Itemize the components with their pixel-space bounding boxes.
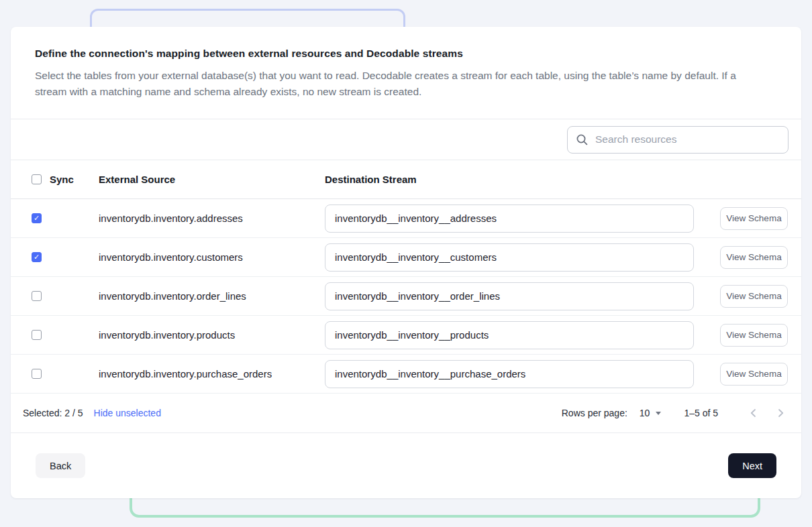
destination-stream-input[interactable] <box>325 243 694 272</box>
destination-stream-input[interactable] <box>325 204 694 233</box>
search-toolbar <box>11 119 801 160</box>
table-row: inventorydb.inventory.purchase_orders Vi… <box>11 355 801 394</box>
table-row: inventorydb.inventory.customers View Sch… <box>11 238 801 277</box>
page-description: Select the tables from your external dat… <box>35 68 763 100</box>
rows-per-page-value: 10 <box>640 408 650 418</box>
rows-per-page-label: Rows per page: <box>562 408 627 418</box>
destination-stream-input[interactable] <box>325 282 694 310</box>
dropdown-caret-icon <box>656 412 661 415</box>
view-schema-button[interactable]: View Schema <box>720 324 788 347</box>
sync-checkbox[interactable] <box>32 330 42 340</box>
table-row: inventorydb.inventory.order_lines View S… <box>11 277 801 316</box>
chevron-right-icon <box>774 407 786 419</box>
view-schema-button[interactable]: View Schema <box>720 207 788 230</box>
select-all-checkbox[interactable] <box>32 174 42 184</box>
external-source-column-header: External Source <box>99 174 325 185</box>
external-source-cell: inventorydb.inventory.addresses <box>99 213 325 224</box>
view-schema-button[interactable]: View Schema <box>720 285 788 308</box>
previous-page-button[interactable] <box>745 404 762 422</box>
back-button[interactable]: Back <box>36 453 85 478</box>
destination-stream-input[interactable] <box>325 321 694 349</box>
next-button[interactable]: Next <box>728 453 776 478</box>
table-row: inventorydb.inventory.products View Sche… <box>11 316 801 355</box>
wizard-actions: Back Next <box>11 433 801 498</box>
resource-mapping-panel: Define the connection's mapping between … <box>11 27 801 498</box>
hide-unselected-link[interactable]: Hide unselected <box>94 408 161 418</box>
selected-count: Selected: 2 / 5 <box>23 408 83 418</box>
rows-per-page-select[interactable]: 10 <box>640 408 662 418</box>
external-source-cell: inventorydb.inventory.order_lines <box>99 290 325 302</box>
sync-checkbox[interactable] <box>32 369 42 379</box>
sync-checkbox[interactable] <box>32 213 42 223</box>
next-page-button[interactable] <box>772 404 789 422</box>
destination-stream-column-header: Destination Stream <box>325 174 720 185</box>
page-title: Define the connection's mapping between … <box>35 48 777 60</box>
search-input[interactable] <box>595 133 780 145</box>
sync-checkbox[interactable] <box>32 252 42 262</box>
table-row: inventorydb.inventory.addresses View Sch… <box>11 199 801 238</box>
sync-column-header: Sync <box>50 174 74 185</box>
view-schema-button[interactable]: View Schema <box>720 246 788 269</box>
external-source-cell: inventorydb.inventory.customers <box>99 251 325 263</box>
table-footer: Selected: 2 / 5 Hide unselected Rows per… <box>11 394 801 433</box>
view-schema-button[interactable]: View Schema <box>720 363 788 386</box>
external-source-cell: inventorydb.inventory.purchase_orders <box>99 368 325 379</box>
chevron-left-icon <box>748 407 760 419</box>
pagination-range: 1–5 of 5 <box>684 408 718 418</box>
external-source-cell: inventorydb.inventory.products <box>99 329 325 341</box>
search-box[interactable] <box>567 126 789 154</box>
sync-checkbox[interactable] <box>32 291 42 301</box>
panel-header: Define the connection's mapping between … <box>11 27 801 119</box>
table-header-row: Sync External Source Destination Stream <box>11 160 801 199</box>
destination-stream-input[interactable] <box>325 360 694 388</box>
search-icon <box>576 133 589 146</box>
